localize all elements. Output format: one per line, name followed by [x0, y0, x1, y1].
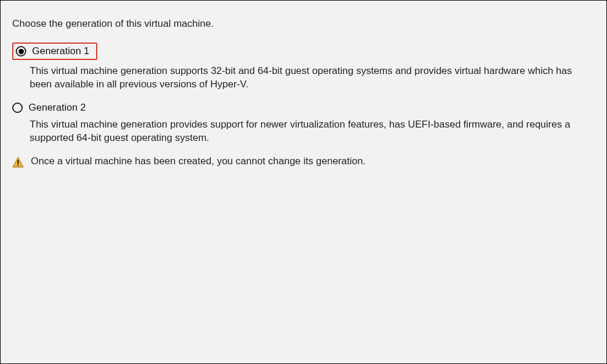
warning-text: Once a virtual machine has been created,…	[31, 156, 366, 167]
svg-rect-1	[17, 160, 19, 164]
label-generation-2: Generation 2	[29, 102, 86, 114]
svg-rect-2	[17, 164, 19, 165]
warning-icon	[12, 157, 24, 168]
desc-generation-1: This virtual machine generation supports…	[30, 65, 589, 91]
highlight-generation-1: Generation 1	[12, 43, 97, 60]
warning-row: Once a virtual machine has been created,…	[12, 156, 595, 168]
radio-generation-1[interactable]	[16, 46, 26, 56]
label-generation-1: Generation 1	[32, 45, 89, 57]
desc-generation-2: This virtual machine generation provides…	[30, 118, 589, 145]
option-generation-2[interactable]: Generation 2 This virtual machine genera…	[12, 102, 595, 145]
option-generation-1[interactable]: Generation 1 This virtual machine genera…	[12, 43, 595, 91]
instruction-text: Choose the generation of this virtual ma…	[12, 18, 595, 30]
radio-generation-2[interactable]	[12, 103, 23, 113]
